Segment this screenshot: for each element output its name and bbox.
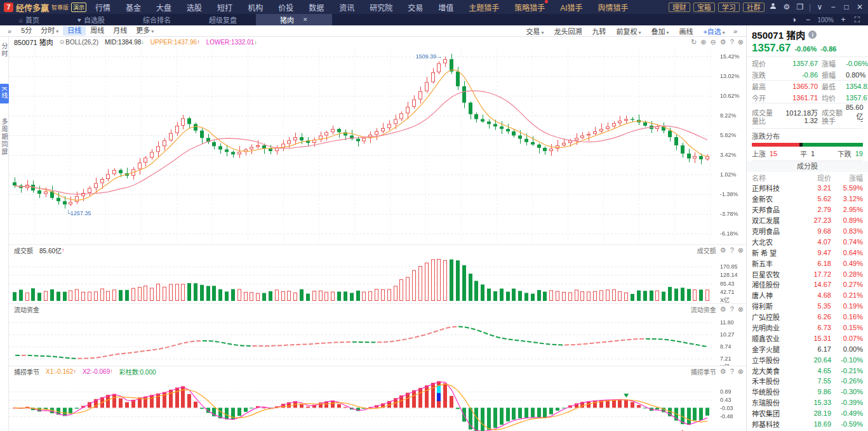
component-row[interactable]: 双汇发展27.230.89% xyxy=(747,215,868,226)
more-tools-chevrons-icon[interactable]: » xyxy=(733,27,737,35)
menu-item-基金[interactable]: 基金 xyxy=(126,2,141,13)
tool-九转[interactable]: 九转 xyxy=(587,26,610,36)
component-row[interactable]: 湘佳股份14.670.27% xyxy=(747,279,868,290)
component-row[interactable]: 大北农4.070.74% xyxy=(747,236,868,247)
component-row[interactable]: 禾丰股份7.55-0.26% xyxy=(747,376,868,387)
osc-right-label[interactable]: 捕捞季节 xyxy=(691,367,716,376)
period-5分[interactable]: 5分 xyxy=(17,26,36,36)
component-row[interactable]: 唐人神4.680.21% xyxy=(747,290,868,301)
menu-item-交易[interactable]: 交易 xyxy=(408,2,423,13)
zoom-in-button[interactable]: + xyxy=(839,15,848,24)
osc-canvas[interactable] xyxy=(9,376,745,431)
component-row[interactable]: 克明食品9.680.83% xyxy=(747,226,868,237)
layout-icon[interactable]: ❐ xyxy=(796,3,805,11)
menu-item-短打[interactable]: 短打 xyxy=(217,2,232,13)
funds-canvas[interactable] xyxy=(9,314,745,366)
component-row[interactable]: 得利斯5.350.19% xyxy=(747,301,868,312)
component-row[interactable]: 新五丰6.180.49% xyxy=(747,258,868,269)
zoom-out-button[interactable]: − xyxy=(803,15,812,24)
panel-settings-icon[interactable]: ⚙ xyxy=(720,368,726,376)
panel-settings-icon[interactable]: ⚙ xyxy=(720,246,726,255)
chevron-down-icon[interactable]: ∨ xyxy=(815,3,824,11)
restore-button[interactable]: □ xyxy=(842,3,851,11)
panel-help-icon[interactable]: ? xyxy=(730,305,734,313)
component-row[interactable]: 华统股份9.86-0.30% xyxy=(747,387,868,397)
component-row[interactable]: 立华股份20.64-0.10% xyxy=(747,354,868,365)
period-分时[interactable]: 分时▾ xyxy=(36,26,63,36)
component-row[interactable]: 东瑞股份15.33-0.39% xyxy=(747,397,868,408)
menu-item-数据[interactable]: 数据 xyxy=(309,2,324,13)
panel-help-icon[interactable]: ? xyxy=(730,246,734,254)
menu-item-策略猎手[interactable]: 策略猎手 xyxy=(514,2,545,13)
component-row[interactable]: 神农集团28.19-0.49% xyxy=(747,408,868,419)
close-button[interactable]: ✕ xyxy=(855,3,864,11)
top-button-社群[interactable]: 社群 xyxy=(743,3,765,12)
volume-canvas[interactable] xyxy=(9,255,745,304)
user-icon[interactable] xyxy=(769,3,778,11)
menu-item-舆情猎手[interactable]: 舆情猎手 xyxy=(598,2,629,13)
menu-item-价投[interactable]: 价投 xyxy=(278,2,293,13)
tab-自选股[interactable]: ♥自选股 xyxy=(58,14,124,25)
panel-settings-icon[interactable]: ⚙ xyxy=(720,38,726,46)
tab-超级复盘[interactable]: 超级复盘 xyxy=(190,14,256,25)
menu-item-增值[interactable]: 增值 xyxy=(438,2,453,13)
component-row[interactable]: 广弘控股6.260.16% xyxy=(747,312,868,322)
refresh-icon[interactable]: ↻ xyxy=(691,38,697,46)
theme-icon[interactable]: ◑ xyxy=(789,15,798,24)
panel-settings-icon[interactable]: ⚙ xyxy=(720,305,726,314)
tab-首页[interactable]: ⌂首页 xyxy=(0,14,58,25)
menu-item-主题猎手[interactable]: 主题猎手 xyxy=(469,2,499,13)
tool-叠加[interactable]: 叠加▾ xyxy=(646,26,673,36)
component-row[interactable]: 邦基科技18.69-0.59% xyxy=(747,419,868,430)
menu-item-AI猎手[interactable]: AI猎手 xyxy=(560,2,582,13)
period-日线[interactable]: 日线 xyxy=(63,26,86,36)
component-row[interactable]: 龙大美食4.65-0.21% xyxy=(747,365,868,376)
component-row[interactable]: 新 希 望9.470.64% xyxy=(747,247,868,258)
expand-chevrons-icon[interactable]: » xyxy=(8,27,11,35)
component-row[interactable]: 金字火腿6.170.00% xyxy=(747,343,868,354)
component-row[interactable]: 顺鑫农业15.310.07% xyxy=(747,333,868,343)
indicator-label[interactable]: BOLL(26,2) xyxy=(65,39,98,46)
minimize-button[interactable]: − xyxy=(829,3,838,11)
menu-item-机构[interactable]: 机构 xyxy=(248,2,263,13)
mode-tab-分时[interactable]: 分时 xyxy=(0,39,9,61)
period-周线[interactable]: 周线 xyxy=(86,26,109,36)
col-change[interactable]: 涨幅 xyxy=(831,173,863,183)
settings-gear-icon[interactable]: ⚙ xyxy=(782,3,791,11)
panel-close-icon[interactable]: ⊗ xyxy=(738,246,744,255)
panel-close-icon[interactable]: ⊗ xyxy=(738,38,744,46)
indicator-dropdown-icon[interactable]: ⊙ xyxy=(60,39,65,45)
period-更多[interactable]: 更多▾ xyxy=(131,26,158,36)
panel-close-icon[interactable]: ⊗ xyxy=(738,368,744,376)
zoom-in-icon[interactable]: ⊕ xyxy=(700,38,706,46)
menu-item-大盘[interactable]: 大盘 xyxy=(156,2,171,13)
top-button-宝箱[interactable]: 宝箱 xyxy=(693,3,715,12)
top-button-学习[interactable]: 学习 xyxy=(718,3,740,12)
fullscreen-icon[interactable]: ⛶ xyxy=(853,15,862,24)
tab-综合排名[interactable]: 综合排名 xyxy=(124,14,190,25)
tab-猪肉[interactable]: 猪肉✕ xyxy=(256,14,332,25)
component-row[interactable]: 光明肉业6.730.15% xyxy=(747,322,868,333)
mode-tab-K线[interactable]: K线 xyxy=(0,84,9,103)
top-button-理财[interactable]: 理财 xyxy=(669,3,690,12)
tool-前复权[interactable]: 前复权▾ xyxy=(611,26,645,36)
info-icon[interactable]: i xyxy=(808,30,817,39)
panel-close-icon[interactable]: ⊗ xyxy=(738,305,744,314)
funds-right-label[interactable]: 流动资金 xyxy=(691,305,716,314)
col-name[interactable]: 名称 xyxy=(752,173,796,183)
tool-画线[interactable]: 画线 xyxy=(674,26,697,36)
menu-item-行情[interactable]: 行情 xyxy=(95,2,110,13)
col-price[interactable]: 现价 xyxy=(796,173,831,183)
kline-canvas[interactable] xyxy=(9,47,745,244)
period-月线[interactable]: 月线 xyxy=(109,26,131,36)
menu-item-研究院[interactable]: 研究院 xyxy=(370,2,392,13)
menu-item-选股[interactable]: 选股 xyxy=(187,2,202,13)
component-row[interactable]: 天邦食品2.792.95% xyxy=(747,204,868,215)
tool-交易[interactable]: 交易▾ xyxy=(521,26,548,36)
volume-right-label[interactable]: 成交额 xyxy=(697,246,716,255)
component-row[interactable]: 正邦科技3.215.59% xyxy=(747,183,868,194)
component-row[interactable]: 巨星农牧17.720.28% xyxy=(747,269,868,279)
mode-tab-多周期同屏[interactable]: 多周期同屏 xyxy=(0,115,9,159)
menu-item-资讯[interactable]: 资讯 xyxy=(339,2,354,13)
tab-close-icon[interactable]: ✕ xyxy=(303,17,308,23)
